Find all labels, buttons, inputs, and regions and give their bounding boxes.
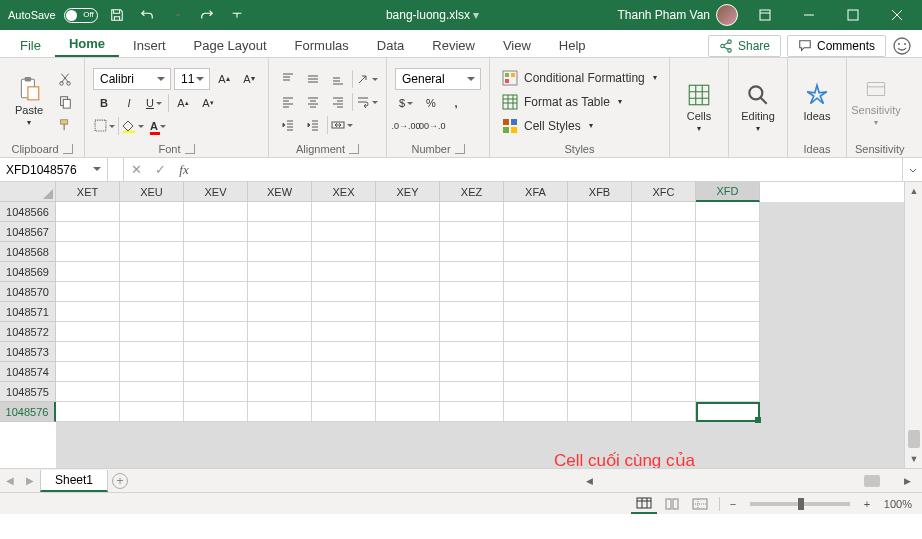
cell[interactable] (440, 262, 504, 282)
cell[interactable] (120, 362, 184, 382)
tab-view[interactable]: View (489, 34, 545, 57)
cell[interactable] (56, 402, 120, 422)
percent-format-icon[interactable]: % (420, 93, 442, 113)
comma-format-icon[interactable]: , (445, 93, 467, 113)
row-header[interactable]: 1048574 (0, 362, 56, 382)
cell[interactable] (632, 342, 696, 362)
cell[interactable] (376, 322, 440, 342)
row-header[interactable]: 1048573 (0, 342, 56, 362)
cell[interactable] (184, 362, 248, 382)
cell[interactable] (56, 382, 120, 402)
share-button[interactable]: Share (708, 35, 781, 57)
cell[interactable] (184, 322, 248, 342)
cell[interactable] (568, 382, 632, 402)
scroll-right-icon[interactable]: ▶ (898, 472, 916, 490)
cell[interactable] (632, 202, 696, 222)
cell[interactable] (248, 362, 312, 382)
name-box[interactable]: XFD1048576 (0, 158, 108, 181)
cell[interactable] (568, 222, 632, 242)
cell[interactable] (56, 222, 120, 242)
zoom-level[interactable]: 100% (884, 498, 912, 510)
cell[interactable] (184, 402, 248, 422)
cell[interactable] (312, 342, 376, 362)
row-header[interactable]: 1048572 (0, 322, 56, 342)
cell[interactable] (568, 282, 632, 302)
cell[interactable] (120, 202, 184, 222)
cell[interactable] (568, 242, 632, 262)
column-header[interactable]: XEV (184, 182, 248, 202)
cell[interactable] (248, 222, 312, 242)
font-name-select[interactable]: Calibri (93, 68, 171, 90)
column-header[interactable]: XEX (312, 182, 376, 202)
row-header[interactable]: 1048571 (0, 302, 56, 322)
cell[interactable] (56, 262, 120, 282)
cell[interactable] (504, 262, 568, 282)
cut-icon[interactable] (54, 69, 76, 89)
cell[interactable] (248, 282, 312, 302)
cell[interactable] (696, 382, 760, 402)
cell[interactable] (248, 382, 312, 402)
normal-view-icon[interactable] (631, 494, 657, 514)
cell[interactable] (440, 302, 504, 322)
scroll-thumb-vertical[interactable] (908, 430, 920, 448)
tab-home[interactable]: Home (55, 32, 119, 57)
cell[interactable] (312, 302, 376, 322)
cell[interactable] (440, 222, 504, 242)
editing-button[interactable]: Editing▾ (737, 62, 779, 153)
cell[interactable] (376, 262, 440, 282)
cell[interactable] (568, 342, 632, 362)
copy-icon[interactable] (54, 92, 76, 112)
autosave-toggle[interactable]: Off (64, 8, 98, 23)
cell[interactable] (184, 262, 248, 282)
cell[interactable] (312, 362, 376, 382)
column-header[interactable]: XFA (504, 182, 568, 202)
orientation-icon[interactable] (356, 69, 378, 89)
cell[interactable] (504, 402, 568, 422)
ideas-button[interactable]: Ideas (796, 62, 838, 141)
cell[interactable] (312, 242, 376, 262)
column-header[interactable]: XFC (632, 182, 696, 202)
redo-icon[interactable] (196, 4, 218, 26)
cell[interactable] (120, 222, 184, 242)
page-layout-view-icon[interactable] (659, 494, 685, 514)
increase-decimal-icon[interactable]: .0→.00 (395, 116, 417, 136)
borders-icon[interactable] (93, 116, 115, 136)
cell[interactable] (56, 322, 120, 342)
decrease-font-alt-icon[interactable]: A▾ (197, 93, 219, 113)
column-header[interactable]: XFB (568, 182, 632, 202)
cell[interactable] (120, 242, 184, 262)
cell[interactable] (376, 342, 440, 362)
cell[interactable] (568, 302, 632, 322)
conditional-formatting-button[interactable]: Conditional Formatting▾ (498, 68, 661, 88)
cell[interactable] (184, 342, 248, 362)
page-break-view-icon[interactable] (687, 494, 713, 514)
cell[interactable] (376, 302, 440, 322)
scroll-up-icon[interactable]: ▲ (905, 182, 922, 200)
cell[interactable] (184, 382, 248, 402)
row-header[interactable]: 1048567 (0, 222, 56, 242)
cell[interactable] (376, 362, 440, 382)
cell[interactable] (696, 282, 760, 302)
cell[interactable] (184, 282, 248, 302)
comments-button[interactable]: Comments (787, 35, 886, 57)
cell[interactable] (120, 282, 184, 302)
align-center-icon[interactable] (302, 92, 324, 112)
cell[interactable] (568, 202, 632, 222)
cell[interactable] (56, 342, 120, 362)
format-painter-icon[interactable] (54, 115, 76, 135)
select-all-button[interactable] (0, 182, 56, 202)
cell[interactable] (312, 202, 376, 222)
tab-help[interactable]: Help (545, 34, 600, 57)
tab-file[interactable]: File (6, 34, 55, 57)
cell[interactable] (376, 402, 440, 422)
sheet-nav-next-icon[interactable]: ▶ (20, 469, 40, 493)
cell[interactable] (632, 302, 696, 322)
cell[interactable] (184, 302, 248, 322)
row-header[interactable]: 1048576 (0, 402, 56, 422)
cell[interactable] (440, 282, 504, 302)
align-right-icon[interactable] (327, 92, 349, 112)
cell[interactable] (568, 362, 632, 382)
cell[interactable] (248, 322, 312, 342)
increase-indent-icon[interactable] (302, 115, 324, 135)
feedback-icon[interactable] (892, 36, 912, 56)
